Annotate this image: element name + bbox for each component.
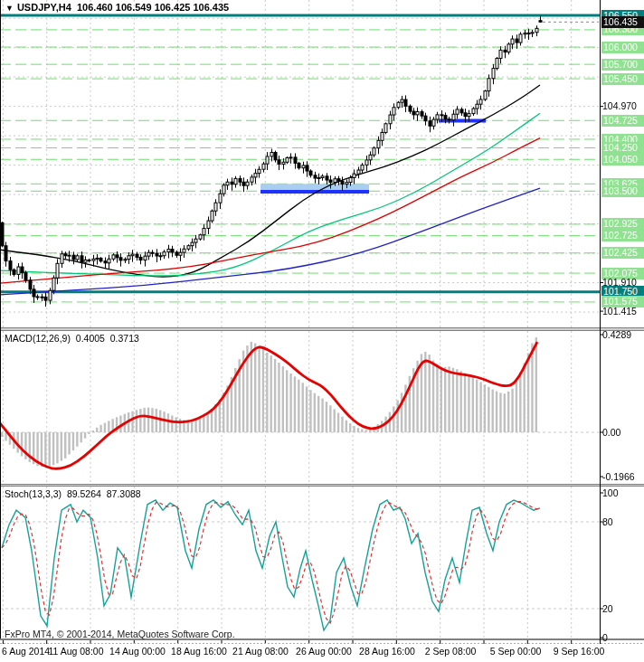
macd-axis-label: 0.00: [602, 427, 620, 439]
mt4-chart-window: ▼USDJPY,H4 106.460 106.549 106.425 106.4…: [0, 0, 644, 662]
chart-title-bar: ▼USDJPY,H4 106.460 106.549 106.425 106.4…: [5, 2, 229, 13]
price-chart-canvas[interactable]: [0, 0, 644, 662]
price-level-label-green: 104.725: [601, 115, 644, 127]
price-level-label-green: 104.050: [601, 154, 644, 166]
time-axis-label: 21 Aug 08:00: [232, 646, 289, 657]
current-price-label: 106.435: [601, 16, 644, 28]
macd-signal-value: 0.3713: [110, 333, 139, 344]
time-axis-label: 11 Aug 08:00: [48, 646, 103, 657]
copyright-text: FxPro MT4, © 2001-2014, MetaQuotes Softw…: [5, 629, 235, 639]
time-axis-label: 9 Sep 16:00: [554, 646, 605, 657]
macd-name: MACD(12,26,9): [5, 333, 71, 344]
stoch-axis-label: 80: [602, 516, 613, 528]
macd-main-value: 0.4005: [76, 333, 105, 344]
time-axis-label: 5 Sep 00:00: [490, 646, 542, 657]
price-level-label-green: 103.500: [601, 185, 644, 197]
price-level-label-green: 102.725: [601, 230, 644, 241]
macd-axis-label: 0.4289: [602, 329, 631, 341]
price-axis-label: 101.415: [602, 306, 637, 317]
time-axis-label: 26 Aug 00:00: [296, 646, 352, 657]
stoch-k-value: 89.5264: [67, 488, 101, 499]
price-level-label-green: 106.000: [601, 42, 644, 53]
time-axis-label: 14 Aug 00:00: [109, 646, 166, 657]
stoch-axis-label: 0: [602, 632, 608, 644]
stoch-indicator-label: Stoch(13,3,3) 89.5264 87.3088: [5, 488, 141, 499]
macd-indicator-label: MACD(12,26,9) 0.4005 0.3713: [5, 333, 139, 344]
macd-axis-label: -0.1966: [602, 471, 635, 483]
stoch-axis-label: 20: [602, 603, 613, 615]
price-level-label-green: 105.700: [601, 59, 644, 71]
stoch-name: Stoch(13,3,3): [5, 488, 62, 499]
price-level-label-green: 105.450: [601, 73, 644, 85]
time-axis-label: 6 Aug 2014: [2, 646, 50, 657]
time-axis-label: 18 Aug 16:00: [171, 646, 227, 657]
price-axis-label: 101.910: [602, 277, 637, 288]
quote-low: 106.425: [155, 2, 191, 13]
time-axis-label: 28 Aug 16:00: [359, 646, 415, 657]
price-axis-label: 104.970: [602, 100, 637, 112]
stoch-axis-label: 100: [602, 487, 619, 499]
quote-close: 106.435: [193, 2, 229, 13]
symbol-label: USDJPY,H4: [17, 2, 71, 13]
quote-open: 106.460: [77, 2, 113, 13]
symbol-dropdown-icon[interactable]: ▼: [5, 4, 14, 13]
time-axis-label: 2 Sep 08:00: [425, 646, 477, 657]
price-level-label-green: 104.250: [601, 142, 644, 154]
quote-high: 106.549: [116, 2, 152, 13]
price-level-label-green: 102.925: [601, 218, 644, 230]
price-level-label-green: 102.425: [601, 247, 644, 259]
stoch-d-value: 87.3088: [107, 488, 141, 499]
